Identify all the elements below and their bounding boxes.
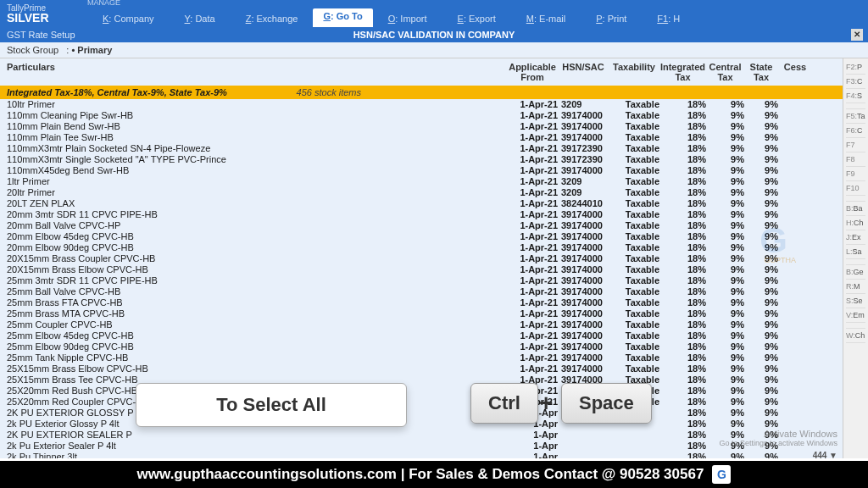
sidebar-shortcut[interactable]: H:Ch xyxy=(846,216,865,230)
column-header: Particulars Applicable From HSN/SAC Taxa… xyxy=(0,58,843,86)
table-row[interactable]: 20ltr Primer1-Apr-213209Taxable18%9%9% xyxy=(0,187,843,198)
menu-item-e[interactable]: E: Export xyxy=(442,8,511,30)
cell-integrated: 18% xyxy=(659,430,706,441)
sidebar-shortcut[interactable]: F7 xyxy=(846,138,865,152)
table-row[interactable]: 2K PU EXTERIOR GLOSSY P1-Apr18%9%9% xyxy=(0,408,843,419)
col-cess: Cess xyxy=(778,62,812,82)
table-row[interactable]: 25X20mm Red Bush CPVC-HB1-Apr-2139174000… xyxy=(0,385,843,396)
table-row[interactable]: 20mm Ball Valve CPVC-HP1-Apr-2139174000T… xyxy=(0,220,843,231)
cell-integrated: 18% xyxy=(659,275,706,286)
table-row[interactable]: 110mm Plain Tee Swr-HB1-Apr-2139174000Ta… xyxy=(0,132,843,143)
sidebar-shortcut[interactable]: F5:Ta xyxy=(846,109,865,124)
table-row[interactable]: 20X15mm Brass Elbow CPVC-HB1-Apr-2139174… xyxy=(0,264,843,275)
table-row[interactable]: 25X15mm Brass Elbow CPVC-HB1-Apr-2139174… xyxy=(0,363,843,374)
sidebar-shortcut[interactable]: S:Se xyxy=(846,294,865,308)
tax-band-label: Integrated Tax-18%, Central Tax-9%, Stat… xyxy=(7,87,227,97)
cell-central: 9% xyxy=(706,154,744,165)
sidebar-shortcut[interactable]: F9 xyxy=(846,167,865,181)
sidebar-shortcut[interactable]: B:Ba xyxy=(846,202,865,216)
cell-integrated: 18% xyxy=(659,242,706,253)
menu-item-o[interactable]: O: Import xyxy=(373,8,442,30)
cell-integrated: 18% xyxy=(659,110,706,121)
menu-item-y[interactable]: Y: Data xyxy=(170,8,231,30)
cell-central: 9% xyxy=(706,374,744,385)
table-row[interactable]: 25mm Tank Nipple CPVC-HB1-Apr-2139174000… xyxy=(0,352,843,363)
table-row[interactable]: 25mm Ball Valve CPVC-HB1-Apr-2139174000T… xyxy=(0,286,843,297)
table-row[interactable]: 110mmX3mtr Plain Socketed SN-4 Pipe-Flow… xyxy=(0,143,843,154)
cell-cess xyxy=(778,220,812,231)
menu-item-k[interactable]: K: Company xyxy=(87,8,170,30)
menu-item-m[interactable]: M: E-mail xyxy=(511,8,581,30)
sidebar-shortcut[interactable]: F6:C xyxy=(846,124,865,138)
activate-line2: Go to Settings to activate Windows xyxy=(719,439,837,447)
sidebar-shortcut[interactable]: F8 xyxy=(846,152,865,167)
sidebar-shortcut[interactable]: L:Sa xyxy=(846,245,865,259)
cell-central: 9% xyxy=(706,187,744,198)
menu-item-f1[interactable]: F1: H xyxy=(642,8,695,30)
col-applicable: Applicable From xyxy=(507,62,558,82)
cell-hsn xyxy=(558,430,609,441)
menu-item-p[interactable]: P: Print xyxy=(581,8,642,30)
cell-central: 9% xyxy=(706,231,744,242)
cell-date: 1-Apr-21 xyxy=(507,165,558,176)
table-row[interactable]: 25mm 3mtr SDR 11 CPVC PIPE-HB1-Apr-21391… xyxy=(0,275,843,286)
table-row[interactable]: 25mm Brass MTA CPVC-HB1-Apr-2139174000Ta… xyxy=(0,308,843,319)
sidebar-shortcut[interactable]: F2:P xyxy=(846,60,865,75)
cell-date: 1-Apr-21 xyxy=(507,209,558,220)
cell-date: 1-Apr-21 xyxy=(507,220,558,231)
sidebar-shortcut[interactable]: W:Ch xyxy=(846,329,865,343)
cell-cess xyxy=(778,209,812,220)
cell-cess xyxy=(778,374,812,385)
cell-integrated: 18% xyxy=(659,308,706,319)
cell-central: 9% xyxy=(706,110,744,121)
cell-central: 9% xyxy=(706,275,744,286)
cell-central: 9% xyxy=(706,99,744,110)
table-row[interactable]: 20LT ZEN PLAX1-Apr-2138244010Taxable18%9… xyxy=(0,198,843,209)
cell-name: 25mm Brass FTA CPVC-HB xyxy=(7,297,507,308)
sidebar-shortcut[interactable]: J:Ex xyxy=(846,230,865,245)
sidebar-shortcut[interactable]: F3:C xyxy=(846,75,865,89)
cell-date: 1-Apr-21 xyxy=(507,297,558,308)
table-row[interactable]: 25X20mm Red Coupler CPVC-HB1-Apr-2139174… xyxy=(0,396,843,408)
table-row[interactable]: 10ltr Primer1-Apr-213209Taxable18%9%9% xyxy=(0,99,843,110)
table-row[interactable]: 20mm Elbow 45deg CPVC-HB1-Apr-2139174000… xyxy=(0,231,843,242)
table-row[interactable]: 25mm Coupler CPVC-HB1-Apr-2139174000Taxa… xyxy=(0,319,843,330)
cell-state: 9% xyxy=(744,220,778,231)
sidebar-shortcut[interactable]: F10 xyxy=(846,181,865,196)
sidebar-shortcut[interactable]: F4:S xyxy=(846,89,865,103)
table-row[interactable]: 20mm Elbow 90deg CPVC-HB1-Apr-2139174000… xyxy=(0,242,843,253)
table-row[interactable]: 25X15mm Brass Tee CPVC-HB1-Apr-213917400… xyxy=(0,374,843,385)
sidebar-shortcut[interactable]: V:Em xyxy=(846,308,865,323)
cell-cess xyxy=(778,319,812,330)
cell-cess xyxy=(778,187,812,198)
menu-item-g[interactable]: G: Go To xyxy=(313,8,372,30)
table-row[interactable]: 110mm Cleaning Pipe Swr-HB1-Apr-21391740… xyxy=(0,110,843,121)
table-row[interactable]: 110mmX45deg Bend Swr-HB1-Apr-2139174000T… xyxy=(0,165,843,176)
cell-cess xyxy=(778,253,812,264)
cell-central: 9% xyxy=(706,352,744,363)
table-row[interactable]: 2K PU EXTERIOR SEALER P1-Apr18%9%9% xyxy=(0,430,843,441)
table-row[interactable]: 20mm 3mtr SDR 11 CPVC PIPE-HB1-Apr-21391… xyxy=(0,209,843,220)
table-row[interactable]: 25mm Elbow 45deg CPVC-HB1-Apr-2139174000… xyxy=(0,330,843,341)
cell-state: 9% xyxy=(744,253,778,264)
cell-name: 20LT ZEN PLAX xyxy=(7,198,507,209)
table-row[interactable]: 2k PU Exterior Glossy P 4lt1-Apr18%9%9% xyxy=(0,419,843,430)
table-row[interactable]: 2k Pu Thinner 3lt1-Apr18%9%9% xyxy=(0,452,843,458)
table-row[interactable]: 25mm Elbow 90deg CPVC-HB1-Apr-2139174000… xyxy=(0,341,843,352)
table-row[interactable]: 110mmX3mtr Single Socketed "A" TYPE PVC-… xyxy=(0,154,843,165)
table-row[interactable]: 20X15mm Brass Coupler CPVC-HB1-Apr-21391… xyxy=(0,253,843,264)
table-row[interactable]: 110mm Plain Bend Swr-HB1-Apr-2139174000T… xyxy=(0,121,843,132)
cell-cess xyxy=(778,352,812,363)
cell-state: 9% xyxy=(744,132,778,143)
menu-item-z[interactable]: Z: Exchange xyxy=(231,8,314,30)
sidebar-shortcut[interactable]: B:Ge xyxy=(846,265,865,280)
table-row[interactable]: 1ltr Primer1-Apr-213209Taxable18%9%9% xyxy=(0,176,843,187)
content-area: Particulars Applicable From HSN/SAC Taxa… xyxy=(0,58,843,458)
cell-name: 20ltr Primer xyxy=(7,187,507,198)
close-icon[interactable]: ✕ xyxy=(851,29,863,41)
sidebar-shortcut[interactable]: R:M xyxy=(846,280,865,294)
cell-name: 20X15mm Brass Coupler CPVC-HB xyxy=(7,253,507,264)
activate-line1: Activate Windows xyxy=(719,429,837,439)
table-row[interactable]: 2k Pu Exterior Sealer P 4lt1-Apr18%9%9% xyxy=(0,441,843,452)
table-row[interactable]: 25mm Brass FTA CPVC-HB1-Apr-2139174000Ta… xyxy=(0,297,843,308)
